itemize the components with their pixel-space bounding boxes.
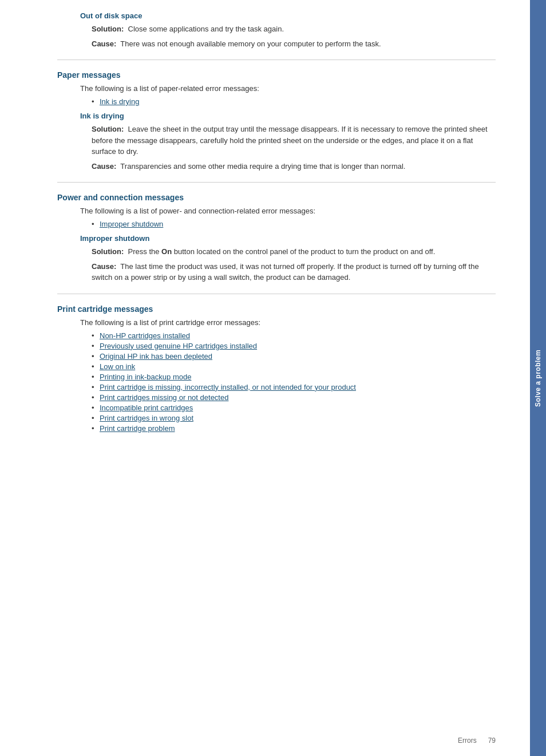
out-of-disk-solution-block: Solution: Close some applications and tr… bbox=[92, 23, 496, 49]
sidebar: Solve a problem bbox=[530, 0, 546, 756]
solution-label: Solution: bbox=[92, 25, 124, 33]
solution-suffix: button located on the control panel of t… bbox=[172, 247, 435, 256]
ink-drying-solution-block: Solution: Leave the sheet in the output … bbox=[92, 124, 496, 172]
ink-drying-cause: Cause: Transparencies and some other med… bbox=[92, 161, 496, 172]
ink-drying-heading: Ink is drying bbox=[80, 112, 496, 120]
cause-label: Cause: bbox=[92, 39, 116, 48]
power-messages-list: Improper shutdown bbox=[92, 220, 496, 228]
divider-1 bbox=[57, 60, 496, 60]
list-item: Non-HP cartridges installed bbox=[92, 331, 496, 340]
page-footer: Errors 79 bbox=[458, 737, 496, 745]
cause-label-2: Cause: bbox=[92, 162, 116, 171]
paper-messages-section: Paper messages The following is a list o… bbox=[57, 70, 496, 172]
paper-messages-heading: Paper messages bbox=[57, 70, 496, 80]
previously-used-cartridges-link[interactable]: Previously used genuine HP cartridges in… bbox=[100, 342, 257, 350]
divider-3 bbox=[57, 294, 496, 294]
solution-prefix: Press the bbox=[128, 247, 162, 256]
list-item: Previously used genuine HP cartridges in… bbox=[92, 342, 496, 350]
solution-label-2: Solution: bbox=[92, 125, 124, 133]
list-item: Print cartridge problem bbox=[92, 424, 496, 433]
paper-messages-list: Ink is drying bbox=[92, 97, 496, 106]
cartridges-missing-not-detected-link[interactable]: Print cartridges missing or not detected bbox=[100, 393, 228, 402]
ink-drying-solution-text: Leave the sheet in the output tray until… bbox=[92, 125, 488, 156]
improper-shutdown-link[interactable]: Improper shutdown bbox=[100, 220, 163, 228]
sidebar-label: Solve a problem bbox=[534, 349, 542, 406]
footer-errors-label: Errors bbox=[458, 737, 477, 745]
divider-2 bbox=[57, 182, 496, 183]
improper-shutdown-cause: Cause: The last time the product was use… bbox=[92, 261, 496, 283]
original-hp-ink-link[interactable]: Original HP ink has been depleted bbox=[100, 352, 212, 361]
wrong-slot-link[interactable]: Print cartridges in wrong slot bbox=[100, 414, 193, 422]
cause-label-3: Cause: bbox=[92, 262, 116, 271]
ink-is-drying-link[interactable]: Ink is drying bbox=[100, 97, 139, 106]
incompatible-cartridges-link[interactable]: Incompatible print cartridges bbox=[100, 403, 193, 412]
ink-backup-mode-link[interactable]: Printing in ink-backup mode bbox=[100, 373, 191, 381]
power-messages-section: Power and connection messages The follow… bbox=[57, 193, 496, 283]
list-item: Ink is drying bbox=[92, 97, 496, 106]
improper-shutdown-cause-text: The last time the product was used, it w… bbox=[92, 262, 479, 282]
low-on-ink-link[interactable]: Low on ink bbox=[100, 362, 135, 371]
list-item: Print cartridges in wrong slot bbox=[92, 414, 496, 422]
list-item: Printing in ink-backup mode bbox=[92, 373, 496, 381]
out-of-disk-cause: Cause: There was not enough available me… bbox=[92, 38, 496, 50]
power-messages-heading: Power and connection messages bbox=[57, 193, 496, 202]
list-item: Improper shutdown bbox=[92, 220, 496, 228]
list-item: Print cartridges missing or not detected bbox=[92, 393, 496, 402]
out-of-disk-space-heading: Out of disk space bbox=[80, 11, 496, 20]
power-messages-intro: The following is a list of power- and co… bbox=[80, 207, 496, 215]
ink-drying-solution: Solution: Leave the sheet in the output … bbox=[92, 124, 496, 157]
cause-text: There was not enough available memory on… bbox=[120, 39, 381, 48]
solution-text: Close some applications and try the task… bbox=[128, 25, 284, 33]
out-of-disk-space-section: Out of disk space Solution: Close some a… bbox=[57, 11, 496, 49]
cartridge-messages-intro: The following is a list of print cartrid… bbox=[80, 318, 496, 327]
solution-on-bold: On bbox=[161, 247, 172, 256]
footer-page-number: 79 bbox=[488, 737, 496, 745]
improper-shutdown-subsection: Improper shutdown Solution: Press the On… bbox=[57, 234, 496, 283]
list-item: Incompatible print cartridges bbox=[92, 403, 496, 412]
cartridge-problem-link[interactable]: Print cartridge problem bbox=[100, 424, 175, 433]
improper-shutdown-solution: Solution: Press the On button located on… bbox=[92, 246, 496, 258]
improper-shutdown-heading: Improper shutdown bbox=[80, 234, 496, 243]
cartridge-messages-section: Print cartridge messages The following i… bbox=[57, 304, 496, 433]
solution-label-3: Solution: bbox=[92, 247, 124, 256]
non-hp-cartridges-link[interactable]: Non-HP cartridges installed bbox=[100, 331, 190, 340]
ink-drying-subsection: Ink is drying Solution: Leave the sheet … bbox=[57, 112, 496, 172]
out-of-disk-solution: Solution: Close some applications and tr… bbox=[92, 23, 496, 35]
cartridge-messages-list: Non-HP cartridges installed Previously u… bbox=[92, 331, 496, 433]
improper-shutdown-solution-block: Solution: Press the On button located on… bbox=[92, 246, 496, 283]
cartridge-messages-heading: Print cartridge messages bbox=[57, 304, 496, 314]
list-item: Original HP ink has been depleted bbox=[92, 352, 496, 361]
list-item: Print cartridge is missing, incorrectly … bbox=[92, 383, 496, 391]
list-item: Low on ink bbox=[92, 362, 496, 371]
cartridge-missing-link[interactable]: Print cartridge is missing, incorrectly … bbox=[100, 383, 356, 391]
paper-messages-intro: The following is a list of paper-related… bbox=[80, 84, 496, 93]
ink-drying-cause-text: Transparencies and some other media requ… bbox=[120, 162, 405, 171]
